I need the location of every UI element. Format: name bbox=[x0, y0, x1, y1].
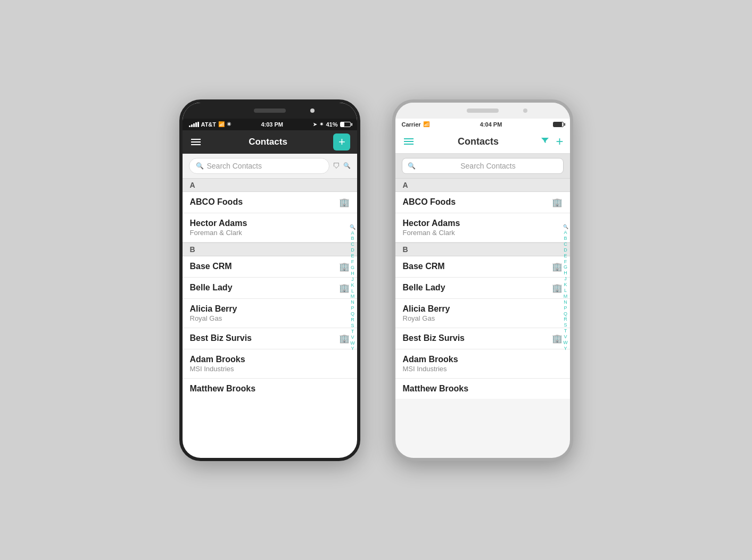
alpha-n-right[interactable]: N bbox=[564, 300, 567, 305]
alpha-n-left[interactable]: N bbox=[351, 300, 354, 305]
alpha-b-left[interactable]: B bbox=[351, 236, 354, 241]
alpha-h-left[interactable]: H bbox=[351, 271, 354, 277]
contact-info-abco-left: ABCO Foods bbox=[190, 197, 339, 207]
alpha-e-left[interactable]: E bbox=[351, 254, 354, 259]
building-icon-belle-right: 🏢 bbox=[552, 283, 563, 293]
alpha-k-left[interactable]: K bbox=[351, 283, 354, 288]
search-container-left: 🔍 Search Contacts ⛉ 🔍 bbox=[183, 154, 357, 178]
alpha-t-left[interactable]: T bbox=[351, 329, 354, 335]
contact-name-matthew-left: Matthew Brooks bbox=[190, 384, 350, 394]
alpha-j-right[interactable]: J bbox=[564, 277, 567, 282]
alpha-w-left[interactable]: W bbox=[350, 341, 355, 346]
building-icon-belle-left: 🏢 bbox=[339, 283, 350, 293]
list-item[interactable]: ABCO Foods 🏢 bbox=[395, 192, 570, 213]
list-item[interactable]: Matthew Brooks bbox=[395, 379, 570, 399]
alpha-s-left[interactable]: S bbox=[351, 323, 354, 329]
building-icon-best-left: 🏢 bbox=[339, 333, 350, 344]
alpha-y-right[interactable]: Y bbox=[564, 346, 567, 352]
list-item[interactable]: Alicia Berry Royal Gas bbox=[395, 299, 570, 328]
section-b-left: B bbox=[183, 243, 357, 256]
alpha-e-right[interactable]: E bbox=[564, 254, 567, 259]
alpha-m-left[interactable]: M bbox=[351, 294, 355, 299]
alpha-a-left[interactable]: A bbox=[351, 231, 354, 236]
alpha-q-left[interactable]: Q bbox=[351, 312, 354, 317]
list-item[interactable]: Hector Adams Foreman & Clark bbox=[395, 213, 570, 243]
list-item[interactable]: Adam Brooks MSI Industries bbox=[183, 349, 357, 379]
contact-info-alicia-left: Alicia Berry Royal Gas bbox=[190, 304, 350, 322]
alpha-g-right[interactable]: G bbox=[564, 265, 567, 270]
contact-info-matthew-left: Matthew Brooks bbox=[190, 384, 350, 394]
hamburger-button-left[interactable] bbox=[189, 137, 203, 147]
alpha-v-right[interactable]: V bbox=[564, 335, 567, 340]
contact-name-best-left: Best Biz Survis bbox=[190, 333, 339, 343]
alpha-k-right[interactable]: K bbox=[564, 282, 567, 288]
list-item[interactable]: Hector Adams Foreman & Clark bbox=[183, 213, 357, 243]
hamburger-button-right[interactable] bbox=[402, 136, 416, 147]
alpha-y-left[interactable]: Y bbox=[351, 346, 354, 352]
alpha-d-right[interactable]: D bbox=[564, 248, 567, 253]
alpha-a-right[interactable]: A bbox=[564, 230, 567, 236]
phone-content-left: 🔍 Search Contacts ⛉ 🔍 🔍 A B C D E F G H … bbox=[183, 154, 357, 399]
contact-info-best-left: Best Biz Survis bbox=[190, 333, 339, 343]
list-item[interactable]: Belle Lady 🏢 bbox=[395, 278, 570, 299]
contact-company-alicia-left: Royal Gas bbox=[190, 314, 350, 322]
status-bar-right: Carrier 📶 4:04 PM bbox=[395, 119, 570, 130]
alpha-c-right[interactable]: C bbox=[564, 242, 567, 247]
list-item[interactable]: Best Biz Survis 🏢 bbox=[395, 328, 570, 349]
search-input-wrapper-right[interactable]: 🔍 Search Contacts bbox=[402, 158, 564, 174]
nav-bar-left: Contacts + bbox=[183, 130, 357, 154]
alpha-r-left[interactable]: R bbox=[351, 317, 354, 323]
alpha-w-right[interactable]: W bbox=[563, 340, 568, 346]
battery-icon-right bbox=[553, 122, 564, 127]
alpha-m-right[interactable]: M bbox=[564, 294, 568, 299]
list-item[interactable]: Adam Brooks MSI Industries bbox=[395, 349, 570, 379]
nav-bar-right: Contacts + bbox=[395, 130, 570, 154]
alpha-g-left[interactable]: G bbox=[351, 265, 354, 271]
search-input-wrapper-left[interactable]: 🔍 Search Contacts bbox=[189, 158, 329, 174]
location-icon-left: ➤ bbox=[313, 122, 317, 127]
alpha-r-right[interactable]: R bbox=[564, 317, 567, 322]
alpha-l-right[interactable]: L bbox=[564, 288, 567, 294]
contact-name-basecrm-right: Base CRM bbox=[403, 262, 552, 271]
list-item[interactable]: Matthew Brooks bbox=[183, 379, 357, 399]
search-icon-right: 🔍 bbox=[408, 162, 416, 170]
list-item[interactable]: Base CRM 🏢 bbox=[395, 256, 570, 278]
alpha-q-right[interactable]: Q bbox=[564, 312, 567, 317]
alpha-p-left[interactable]: P bbox=[351, 306, 354, 311]
contact-name-belle-left: Belle Lady bbox=[190, 283, 339, 292]
list-item[interactable]: ABCO Foods 🏢 bbox=[183, 192, 357, 213]
alpha-c-left[interactable]: C bbox=[351, 242, 354, 247]
list-item[interactable]: Alicia Berry Royal Gas bbox=[183, 299, 357, 328]
alpha-t-right[interactable]: T bbox=[564, 329, 567, 334]
battery-icon-left bbox=[340, 122, 351, 127]
alpha-b-right[interactable]: B bbox=[564, 236, 567, 241]
list-item[interactable]: Belle Lady 🏢 bbox=[183, 278, 357, 299]
status-right-right bbox=[553, 122, 564, 127]
alpha-f-left[interactable]: F bbox=[351, 260, 354, 265]
alpha-d-left[interactable]: D bbox=[351, 248, 354, 253]
nav-right-right: + bbox=[541, 135, 563, 148]
list-item[interactable]: Base CRM 🏢 bbox=[183, 256, 357, 278]
alpha-l-left[interactable]: L bbox=[351, 289, 354, 294]
alpha-p-right[interactable]: P bbox=[564, 306, 567, 311]
filter-button-right[interactable] bbox=[541, 136, 549, 147]
add-button-right[interactable]: + bbox=[556, 135, 563, 148]
alpha-h-right[interactable]: H bbox=[564, 271, 567, 276]
list-item[interactable]: Best Biz Survis 🏢 bbox=[183, 328, 357, 349]
alpha-j-left[interactable]: J bbox=[351, 277, 354, 282]
contact-info-belle-left: Belle Lady bbox=[190, 283, 339, 292]
alphabet-index-left: 🔍 A B C D E F G H J K L M N P Q R S T V bbox=[349, 178, 357, 399]
filter-icon-left[interactable]: ⛉ bbox=[333, 162, 340, 170]
alpha-search-right[interactable]: 🔍 bbox=[563, 225, 568, 230]
alpha-search-left[interactable]: 🔍 bbox=[350, 225, 356, 230]
alpha-v-left[interactable]: V bbox=[351, 335, 354, 340]
time-right: 4:04 PM bbox=[480, 121, 502, 128]
building-icon-basecrm-left: 🏢 bbox=[339, 262, 350, 272]
camera-left bbox=[310, 108, 315, 113]
search-q-icon-left[interactable]: 🔍 bbox=[343, 162, 351, 169]
status-right-left: ➤ ✴ 41% bbox=[313, 121, 350, 128]
contact-info-belle-right: Belle Lady bbox=[403, 283, 552, 292]
alpha-f-right[interactable]: F bbox=[564, 260, 567, 265]
alpha-s-right[interactable]: S bbox=[564, 323, 567, 328]
add-button-left[interactable]: + bbox=[333, 133, 350, 151]
